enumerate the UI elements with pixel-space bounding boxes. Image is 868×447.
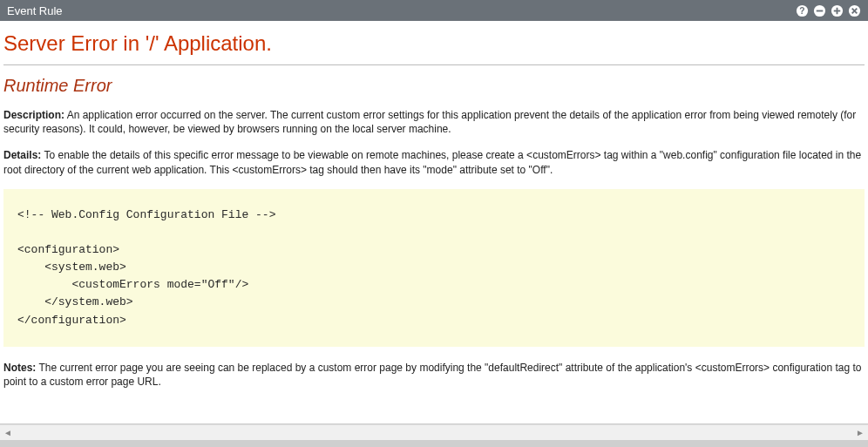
code-text: <!-- Web.Config Configuration File --> <… [17, 207, 858, 329]
window-title: Event Rule [7, 4, 63, 17]
minimize-icon[interactable] [812, 3, 826, 17]
details-text: To enable the details of this specific e… [3, 149, 861, 175]
content-scroll-area[interactable]: Server Error in '/' Application. Runtime… [0, 21, 868, 424]
notes-label: Notes: [3, 362, 36, 374]
scroll-left-arrow-icon[interactable]: ◄ [0, 425, 16, 441]
close-icon[interactable] [847, 3, 861, 17]
window-bottom-strip [0, 440, 868, 447]
add-icon[interactable] [830, 3, 844, 17]
details-label: Details: [3, 149, 41, 161]
scroll-right-arrow-icon[interactable]: ► [852, 425, 868, 441]
svg-rect-3 [816, 10, 823, 11]
description-label: Description: [3, 109, 64, 121]
window-titlebar: Event Rule ? [0, 0, 868, 21]
horizontal-scrollbar[interactable]: ◄ ► [0, 424, 868, 440]
divider [3, 64, 865, 65]
description-paragraph: Description: An application error occurr… [3, 108, 865, 136]
svg-rect-6 [833, 10, 840, 11]
notes-paragraph: Notes: The current error page you are se… [3, 361, 865, 389]
window-controls: ? [795, 3, 861, 17]
svg-text:?: ? [799, 6, 804, 16]
details-paragraph: Details: To enable the details of this s… [3, 148, 865, 176]
error-subheadline: Runtime Error [3, 76, 865, 96]
error-headline: Server Error in '/' Application. [3, 31, 865, 56]
help-icon[interactable]: ? [795, 3, 809, 17]
notes-text: The current error page you are seeing ca… [3, 362, 861, 388]
code-block: <!-- Web.Config Configuration File --> <… [3, 189, 865, 347]
error-page: Server Error in '/' Application. Runtime… [0, 21, 868, 404]
description-text: An application error occurred on the ser… [3, 109, 856, 135]
